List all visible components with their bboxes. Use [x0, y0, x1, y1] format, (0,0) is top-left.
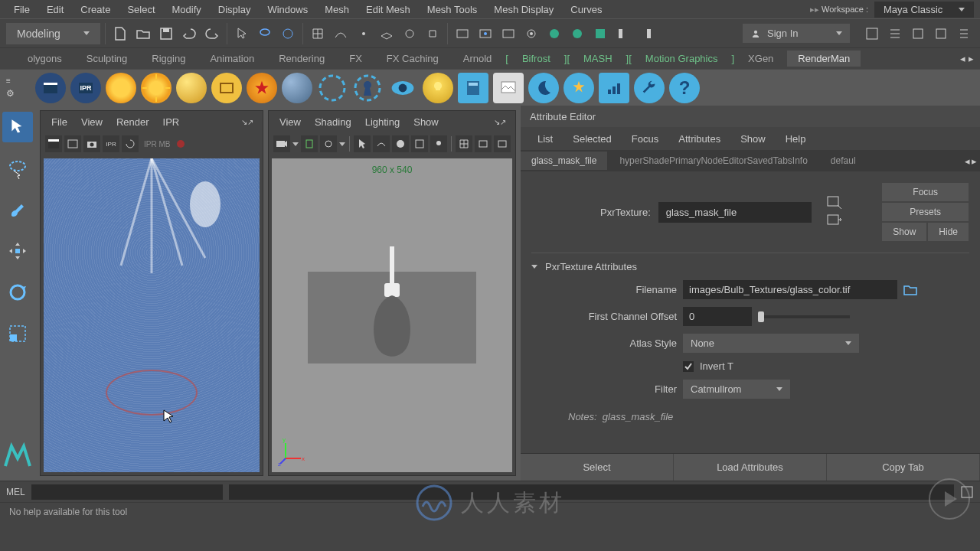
ae-presets-button[interactable]: Presets [881, 202, 969, 222]
vp-menu-shading[interactable]: Shading [309, 115, 358, 129]
mode-selector[interactable]: Modeling [6, 23, 100, 44]
ae-hide-button[interactable]: Hide [927, 222, 969, 242]
shelf-tab-mash[interactable]: MASH [573, 51, 623, 67]
ae-menu-selected[interactable]: Selected [564, 131, 621, 147]
shelf-tab-renderman[interactable]: RenderMan [787, 51, 861, 67]
vp-camera-icon[interactable] [273, 135, 290, 152]
rv-clapboard-icon[interactable] [45, 135, 62, 152]
shelf-tab-fx[interactable]: FX [338, 51, 373, 67]
signin-button[interactable]: Sign In [743, 24, 850, 43]
panel-toggle1-icon[interactable] [613, 24, 633, 44]
snap-live-icon[interactable] [400, 24, 420, 44]
ae-tab-glass-mask[interactable]: glass_mask_file [521, 152, 607, 170]
menu-mesh-display[interactable]: Mesh Display [486, 2, 561, 17]
shelf-eye-icon[interactable] [387, 73, 418, 103]
shelf-keyhole-icon[interactable] [352, 73, 383, 103]
vp-select-icon[interactable] [354, 135, 371, 152]
vp-grid-icon[interactable] [456, 135, 472, 152]
shelf-tab-motion-graphics[interactable]: Motion Graphics [635, 51, 729, 67]
menu-display[interactable]: Display [211, 2, 259, 17]
shelf-sphere-light-icon[interactable] [176, 73, 207, 103]
snap-plane-icon[interactable] [377, 24, 397, 44]
shelf-moon-icon[interactable] [528, 73, 559, 103]
new-scene-icon[interactable] [110, 24, 130, 44]
vp-menu-view[interactable]: View [273, 115, 307, 129]
menu-modify[interactable]: Modify [165, 2, 209, 17]
shelf-tab-xgen[interactable]: XGen [737, 51, 784, 67]
ae-menu-attributes[interactable]: Attributes [669, 131, 730, 147]
vp-gear-menu-icon[interactable] [339, 142, 345, 146]
channel-box-toggle-icon[interactable] [954, 24, 974, 44]
rotate-tool[interactable] [2, 277, 33, 308]
save-scene-icon[interactable] [156, 24, 176, 44]
ae-section-collapse-icon[interactable] [531, 265, 537, 269]
ae-invert-checkbox[interactable] [683, 361, 694, 372]
ae-copy-tab-button[interactable]: Copy Tab [827, 454, 980, 481]
ae-filter-select[interactable]: Catmullrom [683, 380, 790, 399]
outliner-toggle-icon[interactable] [885, 24, 905, 44]
rv-record-icon[interactable] [177, 140, 185, 148]
open-scene-icon[interactable] [133, 24, 153, 44]
rv-menu-file[interactable]: File [45, 115, 74, 129]
ae-node-name-input[interactable] [658, 202, 812, 223]
scale-tool[interactable] [2, 318, 33, 349]
ae-atlas-select[interactable]: None [683, 334, 859, 353]
command-input[interactable] [31, 484, 223, 500]
workspace-selector[interactable]: Maya Classic [874, 2, 974, 18]
shelf-bulb-icon[interactable] [423, 73, 453, 103]
shelf-calc-icon[interactable] [458, 73, 488, 103]
hypershade-icon[interactable] [544, 24, 564, 44]
lasso-select-icon[interactable] [255, 24, 275, 44]
shelf-tab-polygons[interactable]: olygons [17, 51, 73, 67]
lasso-tool[interactable] [2, 153, 33, 184]
vp-light-icon[interactable] [430, 135, 447, 152]
shelf-star-icon[interactable] [247, 73, 277, 103]
vp-menu-lighting[interactable]: Lighting [359, 115, 407, 129]
shelf-tab-rigging[interactable]: Rigging [141, 51, 196, 67]
rv-camera-icon[interactable] [83, 135, 100, 152]
select-mode-icon[interactable] [232, 24, 252, 44]
vp-menu-show[interactable]: Show [407, 115, 445, 129]
ae-select-node-icon[interactable] [827, 196, 842, 210]
script-editor-icon[interactable] [960, 485, 974, 499]
menu-edit[interactable]: Edit [39, 2, 71, 17]
shelf-picture-icon[interactable] [493, 73, 524, 103]
shelf-wrench-icon[interactable] [634, 73, 665, 103]
render-sequence-icon[interactable] [498, 24, 518, 44]
menu-mesh[interactable]: Mesh [317, 2, 357, 17]
shelf-tab-animation[interactable]: Animation [199, 51, 265, 67]
vp-texture-icon[interactable] [411, 135, 428, 152]
attr-editor-toggle-icon[interactable] [908, 24, 928, 44]
shelf-scroll-left-icon[interactable]: ◂ [960, 53, 965, 64]
select-tool[interactable] [2, 112, 33, 142]
paint-tool[interactable] [2, 194, 33, 225]
ae-filename-input[interactable] [683, 280, 897, 299]
shelf-env-light-icon[interactable] [211, 73, 242, 103]
menu-mesh-tools[interactable]: Mesh Tools [420, 2, 485, 17]
shelf-dashed-circle-icon[interactable] [317, 73, 348, 103]
redo-icon[interactable] [202, 24, 222, 44]
ae-menu-focus[interactable]: Focus [622, 131, 668, 147]
ae-select-button[interactable]: Select [521, 454, 674, 481]
light-editor-icon[interactable] [567, 24, 587, 44]
undo-icon[interactable] [179, 24, 199, 44]
render-icon[interactable] [452, 24, 472, 44]
ae-offset-input[interactable] [683, 307, 752, 326]
menu-file[interactable]: File [6, 2, 38, 17]
rv-menu-render[interactable]: Render [110, 115, 155, 129]
ae-show-button[interactable]: Show [881, 222, 927, 242]
menu-windows[interactable]: Windows [260, 2, 315, 17]
shelf-menu-icon[interactable]: ≡ [6, 77, 31, 85]
shelf-star2-icon[interactable] [564, 73, 594, 103]
vp-camera-menu-icon[interactable] [292, 142, 299, 146]
ae-io-node-icon[interactable] [827, 214, 842, 228]
render-settings-icon[interactable] [521, 24, 541, 44]
move-tool[interactable] [2, 236, 33, 266]
vp-film-gate-icon[interactable] [475, 135, 492, 152]
render-view-image[interactable] [44, 158, 260, 472]
ae-load-attributes-button[interactable]: Load Attributes [674, 454, 827, 481]
menu-select[interactable]: Select [119, 2, 162, 17]
rv-frame-icon[interactable] [64, 135, 81, 152]
rv-menu-view[interactable]: View [75, 115, 109, 129]
folder-icon[interactable] [903, 284, 917, 296]
